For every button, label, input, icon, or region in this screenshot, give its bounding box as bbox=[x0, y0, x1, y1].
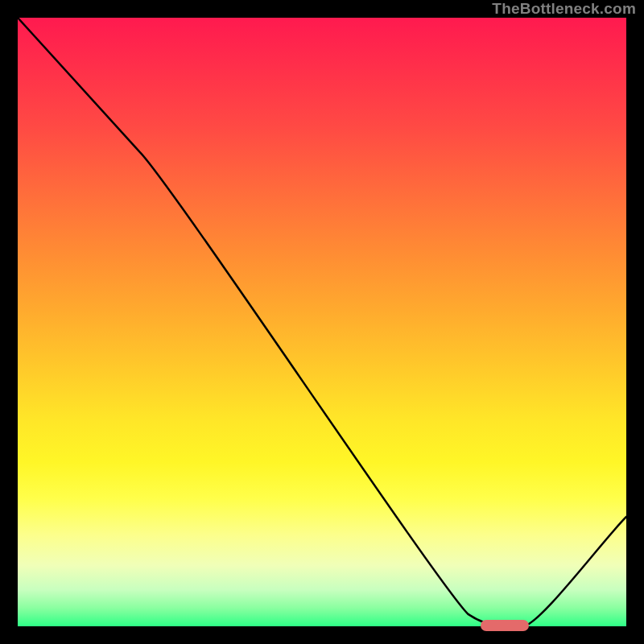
watermark-text: TheBottleneck.com bbox=[492, 0, 636, 18]
optimal-range-marker bbox=[481, 620, 529, 631]
chart-frame: TheBottleneck.com bbox=[0, 0, 644, 644]
bottleneck-curve bbox=[18, 18, 626, 626]
